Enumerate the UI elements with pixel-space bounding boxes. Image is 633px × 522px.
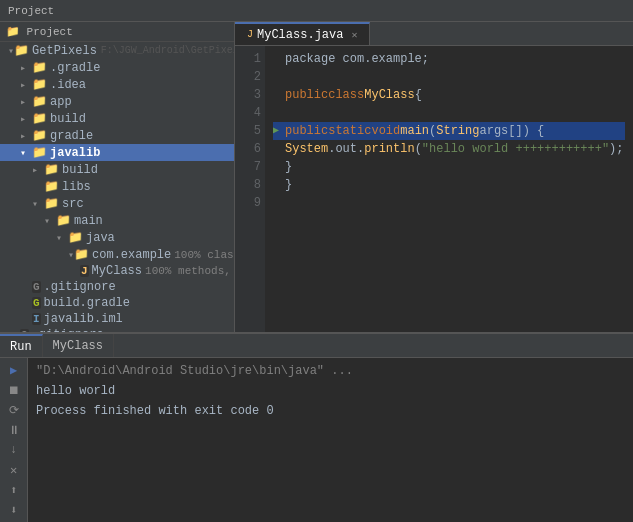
- bottom-tab-myclass[interactable]: MyClass: [43, 334, 114, 357]
- line-number-4: 4: [235, 104, 261, 122]
- sidebar-item-build-javalib[interactable]: 📁build: [0, 161, 234, 178]
- output-exit-line: Process finished with exit code 0: [36, 402, 625, 420]
- sidebar-item-libs-javalib[interactable]: 📁libs: [0, 178, 234, 195]
- line-number-5: 5: [235, 122, 261, 140]
- sidebar-item-com-example[interactable]: 📁com.example 100% classes, 75% R...: [0, 246, 234, 263]
- label-myclass: MyClass: [92, 264, 142, 278]
- run-output: "D:\Android\Android Studio\jre\bin\java"…: [28, 358, 633, 522]
- label-idea-root: .idea: [50, 78, 86, 92]
- editor-tabs: J MyClass.java ✕: [235, 22, 633, 46]
- code-line-8: }: [273, 176, 625, 194]
- coverage-myclass: 100% methods, 75%...: [145, 265, 235, 277]
- line-number-3: 3: [235, 86, 261, 104]
- clear-button[interactable]: ✕: [4, 462, 24, 478]
- up-button[interactable]: ⬆: [4, 482, 24, 498]
- sidebar-item-myclass[interactable]: JMyClass 100% methods, 75%...: [0, 263, 234, 279]
- icon-gitignore1: G: [32, 281, 41, 293]
- label-main-javalib: main: [74, 214, 103, 228]
- label-gitignore1: .gitignore: [44, 280, 116, 294]
- icon-idea-root: 📁: [32, 77, 47, 92]
- down-button[interactable]: ⬇: [4, 502, 24, 518]
- run-indicator-5: ▶: [273, 122, 285, 140]
- bottom-tabs: Run MyClass: [0, 334, 633, 358]
- output-hello-line: hello world: [36, 382, 625, 400]
- bottom-panel: Run MyClass ▶ ⏹ ⟳ ⏸ ↓ ✕ ⬆ ⬇ "D:\Android\…: [0, 332, 633, 522]
- tab-label: MyClass.java: [257, 28, 343, 42]
- label-build-gradle1: build.gradle: [44, 296, 130, 310]
- tab-close-icon[interactable]: ✕: [351, 29, 357, 41]
- title-text: Project: [8, 5, 54, 17]
- label-com-example: com.example: [92, 248, 171, 262]
- tab-myclass-java[interactable]: J MyClass.java ✕: [235, 22, 370, 45]
- run-button[interactable]: ▶: [4, 362, 24, 378]
- label-gradle-root2: gradle: [50, 129, 93, 143]
- icon-gradle-root2: 📁: [32, 128, 47, 143]
- icon-main-javalib: 📁: [56, 213, 71, 228]
- code-line-6: System.out.println("hello world ++++++++…: [273, 140, 625, 158]
- line-number-7: 7: [235, 158, 261, 176]
- icon-javalib-root: 📁: [32, 145, 47, 160]
- line-number-9: 9: [235, 194, 261, 212]
- code-line-9: [273, 194, 625, 212]
- icon-libs-javalib: 📁: [44, 179, 59, 194]
- editor: J MyClass.java ✕ 123456789 package com.e…: [235, 22, 633, 332]
- label-build-root: build: [50, 112, 86, 126]
- main-container: 📁 Project 📁GetPixelsF:\JGW_Android\GetPi…: [0, 22, 633, 522]
- label-src-javalib: src: [62, 197, 84, 211]
- sidebar-title: 📁 Project: [6, 25, 73, 38]
- code-line-2: [273, 68, 625, 86]
- code-line-1: package com.example;: [273, 50, 625, 68]
- top-area: 📁 Project 📁GetPixelsF:\JGW_Android\GetPi…: [0, 22, 633, 332]
- tree-container: 📁GetPixelsF:\JGW_Android\GetPixels📁.grad…: [0, 42, 234, 332]
- sidebar: 📁 Project 📁GetPixelsF:\JGW_Android\GetPi…: [0, 22, 235, 332]
- sidebar-header: 📁 Project: [0, 22, 234, 42]
- sidebar-item-javalib-root[interactable]: 📁javalib: [0, 144, 234, 161]
- sidebar-item-src-javalib[interactable]: 📁src: [0, 195, 234, 212]
- sidebar-item-idea-root[interactable]: 📁.idea: [0, 76, 234, 93]
- label-build-javalib: build: [62, 163, 98, 177]
- line-numbers: 123456789: [235, 46, 265, 332]
- sidebar-item-javalib-iml[interactable]: Ijavalib.iml: [0, 311, 234, 327]
- bottom-content: ▶ ⏹ ⟳ ⏸ ↓ ✕ ⬆ ⬇ "D:\Android\Android Stud…: [0, 358, 633, 522]
- stop-button[interactable]: ⏹: [4, 382, 24, 398]
- output-cmd-line: "D:\Android\Android Studio\jre\bin\java"…: [36, 362, 625, 380]
- icon-getpixels-root: 📁: [14, 43, 29, 58]
- sidebar-item-getpixels-root[interactable]: 📁GetPixelsF:\JGW_Android\GetPixels: [0, 42, 234, 59]
- sidebar-item-main-javalib[interactable]: 📁main: [0, 212, 234, 229]
- label-javalib-root: javalib: [50, 146, 100, 160]
- pause-button[interactable]: ⏸: [4, 422, 24, 438]
- icon-src-javalib: 📁: [44, 196, 59, 211]
- code-area[interactable]: package com.example;public class MyClass…: [265, 46, 633, 332]
- sidebar-item-gradle-root2[interactable]: 📁gradle: [0, 127, 234, 144]
- icon-build-root: 📁: [32, 111, 47, 126]
- label-javalib-iml: javalib.iml: [44, 312, 123, 326]
- rerun-button[interactable]: ⟳: [4, 402, 24, 418]
- run-tab-label: Run: [10, 340, 32, 354]
- icon-javalib-iml: I: [32, 313, 41, 325]
- icon-app-root: 📁: [32, 94, 47, 109]
- label-getpixels-root: GetPixels: [32, 44, 97, 58]
- code-line-4: [273, 104, 625, 122]
- line-number-1: 1: [235, 50, 261, 68]
- icon-com-example: 📁: [74, 247, 89, 262]
- sublabel-getpixels-root: F:\JGW_Android\GetPixels: [101, 45, 235, 56]
- coverage-com-example: 100% classes, 75% R...: [174, 249, 235, 261]
- myclass-tab-label: MyClass: [53, 339, 103, 353]
- label-java-javalib: java: [86, 231, 115, 245]
- icon-build-javalib: 📁: [44, 162, 59, 177]
- line-number-8: 8: [235, 176, 261, 194]
- editor-content: 123456789 package com.example;public cla…: [235, 46, 633, 332]
- sidebar-item-build-gradle1[interactable]: Gbuild.gradle: [0, 295, 234, 311]
- bottom-toolbar: ▶ ⏹ ⟳ ⏸ ↓ ✕ ⬆ ⬇: [0, 358, 28, 522]
- label-app-root: app: [50, 95, 72, 109]
- sidebar-item-build-root[interactable]: 📁build: [0, 110, 234, 127]
- sidebar-item-gradle-root[interactable]: 📁.gradle: [0, 59, 234, 76]
- bottom-tab-run[interactable]: Run: [0, 334, 43, 357]
- icon-java-javalib: 📁: [68, 230, 83, 245]
- label-libs-javalib: libs: [62, 180, 91, 194]
- code-line-3: public class MyClass {: [273, 86, 625, 104]
- sidebar-item-app-root[interactable]: 📁app: [0, 93, 234, 110]
- sidebar-item-gitignore1[interactable]: G.gitignore: [0, 279, 234, 295]
- sidebar-item-java-javalib[interactable]: 📁java: [0, 229, 234, 246]
- scroll-end-button[interactable]: ↓: [4, 442, 24, 458]
